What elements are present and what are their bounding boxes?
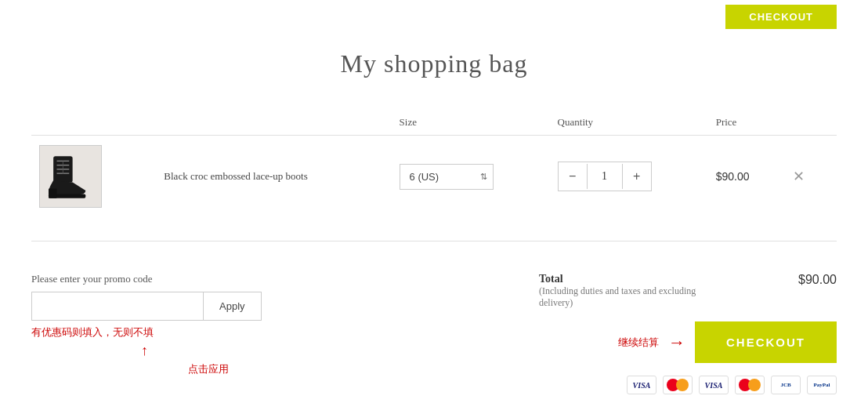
arrow-right-icon: → [668,332,685,353]
item-price: $90.00 [716,170,750,183]
promo-input-row: Apply [31,292,345,321]
arrow-up-icon: ↑ [141,343,148,359]
cart-table: Size Quantity Price [31,110,837,217]
mastercard-icon-2 [735,376,765,394]
checkout-row: 继续结算 → CHECKOUT [539,321,837,363]
quantity-control: − 1 + [558,162,652,191]
page-title: My shopping bag [31,49,837,78]
jcb-icon: JCB [771,376,801,394]
product-name: Black croc embossed lace-up boots [152,170,307,182]
total-amount: $90.00 [798,273,837,287]
visa-icon-2: VISA [699,376,729,394]
promo-annotation-text: 有优惠码则填入，无则不填 [31,325,345,339]
product-image [39,145,102,208]
apply-annotation-arrow: ↑ [31,343,345,359]
col-product [31,110,392,136]
quantity-value: 1 [587,164,623,189]
apply-annotation-text: 点击应用 [188,362,345,376]
total-row: Total (Including duties and taxes and ex… [539,273,837,309]
size-selector[interactable]: 6 (US) ⇅ [400,164,494,190]
remove-item-button[interactable]: ✕ [787,165,811,188]
mastercard-icon-1 [663,376,693,394]
table-row: Black croc embossed lace-up boots 6 (US)… [31,136,837,218]
quantity-increase-button[interactable]: + [623,162,651,191]
promo-section: Please enter your promo code Apply 有优惠码则… [31,273,345,376]
payment-icons-row: VISA VISA JCB PayPal [539,376,837,394]
promo-label: Please enter your promo code [31,273,345,285]
col-quantity: Quantity [550,110,708,136]
total-label: Total (Including duties and taxes and ex… [539,273,711,309]
apply-promo-button[interactable]: Apply [204,292,262,321]
bottom-section: Please enter your promo code Apply 有优惠码则… [31,257,837,394]
checkout-button[interactable]: CHECKOUT [695,321,837,363]
order-summary: Total (Including duties and taxes and ex… [539,273,837,394]
quantity-decrease-button[interactable]: − [559,162,587,191]
top-checkout-button[interactable]: CHECKOUT [725,5,837,29]
svg-rect-7 [49,188,57,198]
total-title: Total [539,273,563,285]
size-select-input[interactable]: 6 (US) [400,164,494,190]
cart-divider [31,241,837,241]
visa-icon-1: VISA [627,376,656,394]
total-subtitle: (Including duties and taxes and excludin… [539,285,711,309]
col-size: Size [392,110,550,136]
col-price: Price [708,110,779,136]
continue-annotation: 继续结算 [618,336,659,350]
paypal-icon: PayPal [807,376,837,394]
promo-code-input[interactable] [31,292,204,321]
